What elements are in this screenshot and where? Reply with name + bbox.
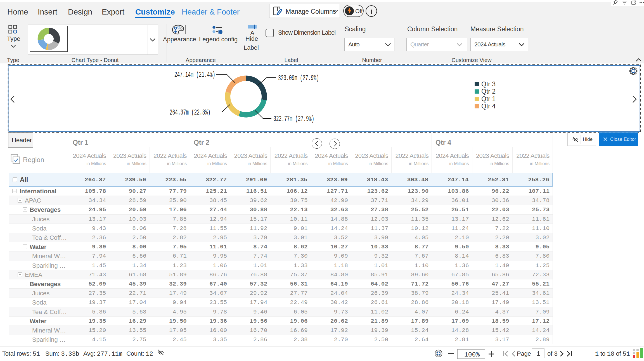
svg-text:A: A <box>250 30 254 36</box>
